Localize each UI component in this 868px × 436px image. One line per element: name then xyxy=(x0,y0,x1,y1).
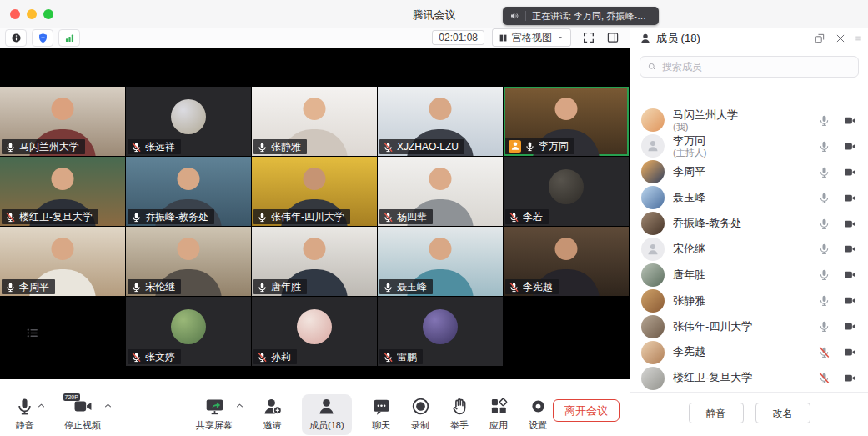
chevron-up-icon[interactable] xyxy=(103,401,113,410)
participant-name: 杨四辈 xyxy=(397,212,427,222)
dock-raise-hand-button[interactable]: 举手 xyxy=(450,397,469,432)
member-row[interactable]: 乔振峰-教务处 xyxy=(630,211,868,237)
participant-head xyxy=(555,98,578,120)
video-tile[interactable]: 聂玉峰 xyxy=(378,227,503,296)
chevron-up-icon[interactable] xyxy=(235,401,244,410)
panel-drag-handle-icon[interactable] xyxy=(854,33,863,43)
participant-name: 宋伦继 xyxy=(145,282,175,292)
avatar xyxy=(641,341,665,364)
camera-icon: 720P xyxy=(73,397,93,416)
video-tile[interactable]: 唐年胜 xyxy=(252,227,377,296)
dock-invite-button[interactable]: 邀请 xyxy=(263,397,282,432)
video-tile[interactable]: XJZHAO-LZU xyxy=(378,87,503,156)
participant-name-label: 唐年胜 xyxy=(253,279,307,294)
speaking-banner: 正在讲话: 李万同, 乔振峰-教务处... xyxy=(503,7,659,25)
participant-head xyxy=(304,98,326,120)
member-row[interactable]: 李宪越 xyxy=(630,339,868,365)
video-tile[interactable]: 楼红卫-复旦大学 xyxy=(0,157,125,226)
dock-stop-video-button[interactable]: 720P停止视频 xyxy=(64,397,101,432)
dock-apps-button[interactable]: 应用 xyxy=(489,397,509,432)
avatar xyxy=(641,212,665,235)
mic-muted-icon xyxy=(818,372,830,384)
avatar xyxy=(641,108,665,132)
participant-head xyxy=(178,168,200,190)
video-tile[interactable]: 张远祥 xyxy=(126,87,251,156)
mic-muted-icon xyxy=(383,352,394,363)
video-tile[interactable]: 雷鹏 xyxy=(378,297,503,366)
participant-name: XJZHAO-LZU xyxy=(397,142,459,152)
rename-member-button[interactable]: 改名 xyxy=(755,403,810,423)
host-badge-icon xyxy=(509,140,521,153)
participant-name: 楼红卫-复旦大学 xyxy=(19,212,93,222)
member-search-input[interactable] xyxy=(662,61,851,73)
meeting-info-button[interactable] xyxy=(5,29,27,47)
mic-on-icon xyxy=(818,320,830,333)
meeting-timer: 02:01:08 xyxy=(432,30,484,45)
camera-on-icon xyxy=(843,346,857,358)
member-row[interactable]: 宋伦继 xyxy=(630,237,868,263)
view-mode-dropdown[interactable]: 宫格视图 xyxy=(492,28,571,47)
member-row[interactable]: 李周平 xyxy=(630,159,868,185)
participant-name-label: 李周平 xyxy=(2,279,55,294)
dock-item-label: 邀请 xyxy=(263,419,282,432)
video-tile[interactable]: 张伟年-四川大学 xyxy=(252,157,377,226)
video-tile[interactable]: 张静雅 xyxy=(252,87,377,156)
network-quality-button[interactable] xyxy=(58,29,80,47)
video-tile[interactable]: 李周平 xyxy=(0,227,125,296)
mic-muted-icon xyxy=(383,142,394,153)
video-tile[interactable]: 李宪越 xyxy=(504,227,629,296)
members-panel: 成员 (18) 马闪兰州大学(我)李万同(主持人)李周平聂玉峰乔振峰-教务处宋伦… xyxy=(630,28,868,436)
dock-item-label: 聊天 xyxy=(372,419,390,432)
dock-mute-button[interactable]: 静音 xyxy=(15,397,34,432)
dock-settings-button[interactable]: 设置 xyxy=(529,397,548,432)
dock-share-screen-button[interactable]: 共享屏幕 xyxy=(196,397,233,432)
member-row[interactable]: 楼红卫-复旦大学 xyxy=(630,365,868,391)
dock-record-button[interactable]: 录制 xyxy=(411,397,430,432)
member-name: 张伟年-四川大学 xyxy=(673,320,818,333)
fullscreen-button[interactable] xyxy=(582,31,595,44)
dock-chat-button[interactable]: 聊天 xyxy=(372,397,391,432)
mic-muted-icon xyxy=(818,346,830,358)
security-button[interactable] xyxy=(32,29,53,47)
participant-head xyxy=(304,238,326,260)
chevron-up-icon[interactable] xyxy=(37,401,46,410)
member-row[interactable]: 马闪兰州大学(我) xyxy=(630,108,868,133)
camera-on-icon xyxy=(843,372,857,384)
video-tile[interactable]: 李若 xyxy=(504,157,629,226)
member-info: 李宪越 xyxy=(673,345,818,358)
leave-meeting-button[interactable]: 离开会议 xyxy=(553,399,620,422)
member-row[interactable]: 李万同(主持人) xyxy=(630,133,868,159)
dock-members-button[interactable]: 成员(18) xyxy=(302,394,352,435)
dock-item-label: 停止视频 xyxy=(64,419,101,432)
close-panel-button[interactable] xyxy=(835,33,846,44)
member-info: 李万同(主持人) xyxy=(673,134,818,158)
participant-avatar xyxy=(171,99,206,134)
member-name: 乔振峰-教务处 xyxy=(673,217,818,230)
video-tile[interactable]: 马闪兰州大学 xyxy=(0,87,125,156)
participant-name-label: 李万同 xyxy=(505,138,574,154)
participant-name-label: 乔振峰-教务处 xyxy=(128,209,214,224)
member-row[interactable]: 张静雅 xyxy=(630,288,868,313)
member-row[interactable]: 聂玉峰 xyxy=(630,185,868,211)
mute-member-button[interactable]: 静音 xyxy=(689,403,744,423)
video-tile[interactable]: 张文婷 xyxy=(126,297,251,366)
video-tile[interactable]: 乔振峰-教务处 xyxy=(126,157,251,226)
members-panel-header: 成员 (18) xyxy=(630,28,868,48)
video-tile[interactable]: 孙莉 xyxy=(252,297,377,366)
video-tile[interactable]: 杨四辈 xyxy=(378,157,503,226)
member-icon xyxy=(640,33,651,44)
side-panel-toggle-button[interactable] xyxy=(606,31,620,44)
video-tile[interactable]: 李万同 xyxy=(504,87,629,156)
mic-muted-icon xyxy=(509,282,519,293)
video-tile[interactable]: 宋伦继 xyxy=(126,227,251,296)
speaking-banner-text: 正在讲话: 李万同, 乔振峰-教务处... xyxy=(532,10,650,23)
member-row[interactable]: 唐年胜 xyxy=(630,262,868,288)
member-row[interactable]: 张伟年-四川大学 xyxy=(630,313,868,339)
participant-name: 李若 xyxy=(523,212,543,222)
member-info: 李周平 xyxy=(673,165,818,178)
camera-on-icon xyxy=(843,140,857,153)
camera-on-icon xyxy=(843,268,857,281)
popout-panel-button[interactable] xyxy=(814,33,825,44)
participant-name-label: 张伟年-四川大学 xyxy=(253,209,350,224)
meeting-toolbar: 02:01:08 宫格视图 xyxy=(0,28,630,48)
